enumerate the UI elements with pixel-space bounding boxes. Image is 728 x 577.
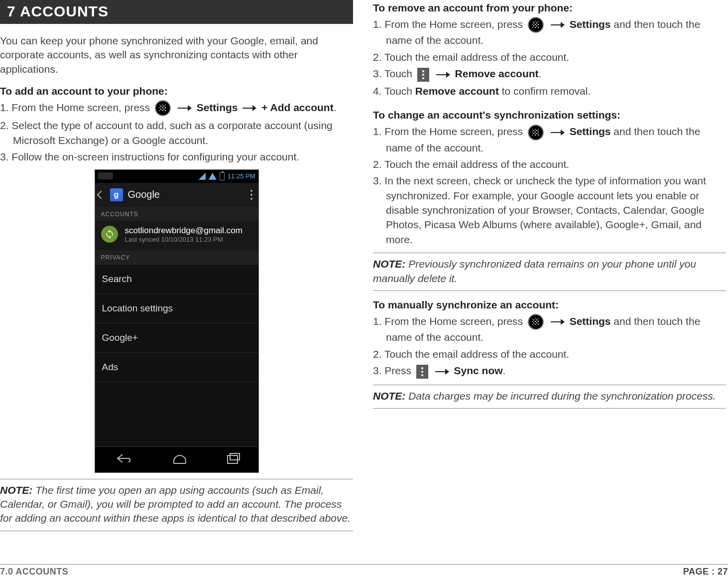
footer-page-number: PAGE : 27 — [683, 567, 728, 577]
account-email: scotliondrewbridge@gmail.com — [125, 226, 243, 236]
add-step-1: 1. From the Home screen, press Settings … — [0, 100, 353, 116]
overflow-menu-icon[interactable] — [250, 190, 252, 192]
manual-sync-steps: 1. From the Home screen, press Settings … — [373, 314, 726, 379]
footer-section: 7.0 ACCOUNTS — [0, 567, 68, 577]
settings-label: Settings — [570, 18, 611, 30]
chapter-title: 7 ACCOUNTS — [0, 0, 353, 24]
note-prev-sync: NOTE: Previously synchronized data remai… — [373, 253, 726, 291]
arrow-icon — [551, 22, 565, 28]
change-sync-steps: 1. From the Home screen, press Settings … — [373, 124, 726, 247]
account-row[interactable]: scotliondrewbridge@gmail.com Last synced… — [95, 221, 258, 250]
apps-icon — [528, 17, 544, 33]
apps-icon — [528, 125, 544, 141]
privacy-item-location[interactable]: Location settings — [95, 293, 258, 323]
status-chip-icon — [98, 172, 113, 179]
note-text: Previously synchronized data remains on … — [373, 258, 696, 284]
add-account-steps: 1. From the Home screen, press Settings … — [0, 100, 353, 164]
note-label: NOTE: — [373, 258, 405, 270]
overflow-menu-icon — [416, 365, 428, 379]
note-first-time: NOTE: The first time you open an app usi… — [0, 479, 353, 531]
google-logo-icon: g — [110, 188, 123, 201]
text: 1. From the Home screen, press — [0, 102, 153, 113]
arrow-icon — [551, 319, 565, 325]
nav-bar — [95, 446, 258, 472]
note-text: The first time you open an app using acc… — [0, 484, 351, 524]
remove-step-3: 3. Touch Remove account. — [373, 66, 726, 81]
remove-step-1: 1. From the Home screen, press Settings … — [373, 17, 726, 48]
settings-label: Settings — [197, 102, 238, 113]
settings-label: Settings — [570, 315, 611, 327]
change-step-2: 2. Touch the email address of the accoun… — [373, 157, 726, 171]
remove-account-heading: To remove an account from your phone: — [373, 2, 726, 14]
phone-blank — [95, 382, 258, 446]
manual-step-3: 3. Press Sync now. — [373, 363, 726, 378]
apps-icon — [155, 100, 171, 116]
overflow-menu-icon — [417, 68, 429, 82]
arrow-icon — [435, 369, 449, 375]
wifi-icon — [209, 173, 217, 180]
privacy-item-googleplus[interactable]: Google+ — [95, 323, 258, 352]
note-data-charges: NOTE: Data charges may be incurred durin… — [373, 385, 726, 409]
nav-recent-icon[interactable] — [227, 455, 238, 464]
clock: 11:25 PM — [228, 172, 255, 180]
note-label: NOTE: — [373, 390, 405, 402]
appbar-title: Google — [128, 189, 160, 200]
back-icon[interactable] — [97, 190, 105, 199]
arrow-icon — [243, 105, 256, 111]
privacy-section-label: PRIVACY — [95, 250, 258, 264]
status-bar: 11:25 PM — [95, 170, 258, 183]
add-step-3: 3. Follow the on-screen instructions for… — [0, 149, 353, 164]
remove-account-steps: 1. From the Home screen, press Settings … — [373, 17, 726, 98]
add-account-heading: To add an account to your phone: — [0, 85, 353, 97]
accounts-section-label: ACCOUNTS — [95, 207, 258, 221]
apps-icon — [528, 314, 544, 330]
change-sync-heading: To change an account's synchronization s… — [373, 109, 726, 121]
last-synced: Last synced 10/10/2013 11:23 PM — [125, 236, 243, 243]
remove-account-label: Remove account — [455, 68, 539, 79]
intro-text: You can keep your phone synchronized wit… — [0, 34, 353, 76]
note-text: Data charges may be incurred during the … — [405, 390, 716, 402]
manual-sync-heading: To manually synchronize an account: — [373, 299, 726, 311]
change-step-1: 1. From the Home screen, press Settings … — [373, 124, 726, 155]
settings-label: Settings — [570, 126, 611, 137]
arrow-icon — [551, 130, 565, 136]
manual-step-2: 2. Touch the email address of the accoun… — [373, 347, 726, 361]
add-step-2: 2. Select the type of account to add, su… — [0, 118, 353, 147]
manual-step-1: 1. From the Home screen, press Settings … — [373, 314, 726, 345]
privacy-item-search[interactable]: Search — [95, 264, 258, 293]
privacy-item-ads[interactable]: Ads — [95, 352, 258, 382]
nav-back-icon[interactable] — [116, 453, 132, 466]
page-footer: 7.0 ACCOUNTS PAGE : 27 — [0, 564, 728, 577]
arrow-icon — [178, 105, 192, 111]
signal-icon — [199, 173, 206, 180]
remove-step-4: 4. Touch Remove account to confirm remov… — [373, 84, 726, 98]
remove-step-2: 2. Touch the email address of the accoun… — [373, 50, 726, 64]
phone-screenshot: 11:25 PM g Google ACCOUNTS scotliondrewb… — [95, 169, 259, 473]
nav-home-icon[interactable] — [173, 455, 186, 464]
change-step-3: 3. In the next screen, check or uncheck … — [373, 173, 726, 247]
add-account-label: + Add account — [261, 102, 334, 113]
battery-icon — [220, 172, 225, 180]
sync-icon — [101, 226, 118, 243]
app-bar[interactable]: g Google — [95, 183, 258, 207]
arrow-icon — [436, 72, 450, 78]
note-label: NOTE: — [0, 484, 32, 496]
sync-now-label: Sync now — [454, 365, 503, 376]
